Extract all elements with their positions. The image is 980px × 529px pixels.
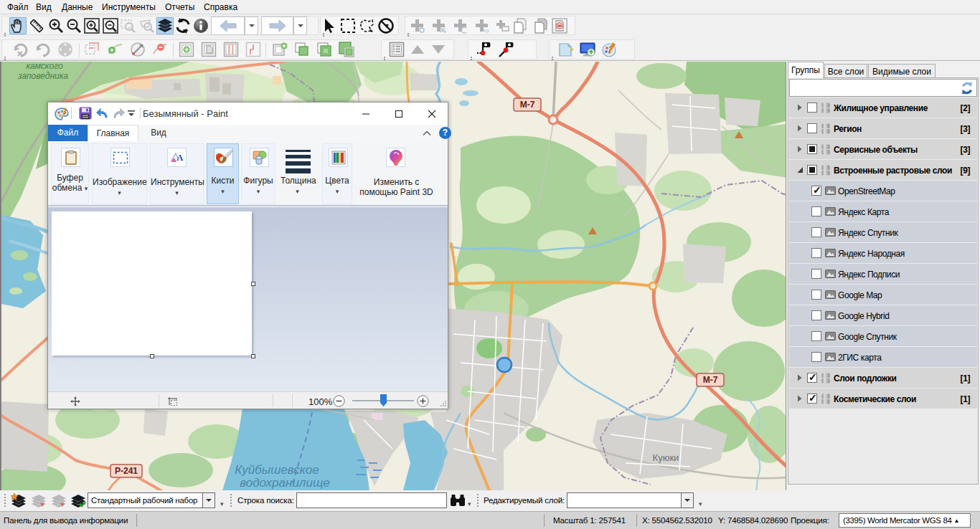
svg-text:A: A bbox=[176, 152, 184, 163]
svg-text:камского: камского bbox=[26, 62, 63, 71]
svg-text:М-7: М-7 bbox=[520, 100, 535, 110]
svg-text:М-7: М-7 bbox=[703, 375, 718, 385]
svg-text:Куйбышевское: Куйбышевское bbox=[235, 463, 319, 477]
svg-text:Куюки: Куюки bbox=[653, 452, 679, 463]
svg-text:водохранилище: водохранилище bbox=[240, 476, 330, 490]
svg-text:Р-241: Р-241 bbox=[115, 466, 138, 476]
svg-text:заповедника: заповедника bbox=[17, 71, 68, 81]
svg-text:xy: xy bbox=[484, 27, 489, 34]
